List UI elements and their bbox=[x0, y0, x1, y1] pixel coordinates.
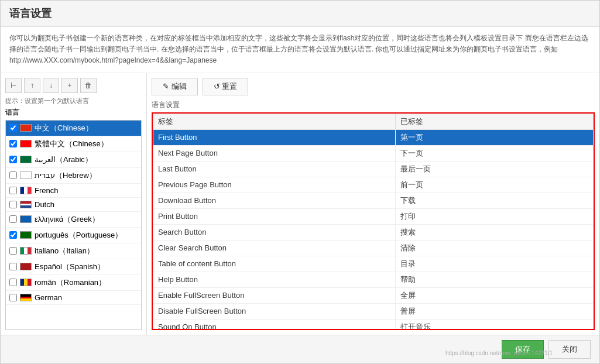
lang-name: עברית（Hebrew） bbox=[35, 170, 97, 181]
table-cell-val: 第一页 bbox=[395, 129, 593, 145]
lang-checkbox[interactable] bbox=[9, 124, 17, 132]
col-header-val: 已标签 bbox=[395, 114, 593, 129]
flag-icon bbox=[20, 156, 32, 163]
lang-item[interactable]: italiano（Italian） bbox=[6, 243, 141, 259]
lang-checkbox[interactable] bbox=[9, 279, 17, 286]
table-row[interactable]: Last Button最后一页 bbox=[153, 161, 594, 177]
table-row[interactable]: Print Button打印 bbox=[153, 208, 594, 224]
lang-item[interactable]: ελληνικά（Greek） bbox=[6, 212, 141, 228]
lang-checkbox[interactable] bbox=[9, 294, 17, 301]
table-cell-val: 打印 bbox=[395, 208, 593, 224]
lang-item[interactable]: Dutch bbox=[6, 198, 141, 212]
lang-item[interactable]: român（Romanian） bbox=[6, 275, 141, 291]
lang-name: Español（Spanish） bbox=[35, 262, 105, 272]
table-row[interactable]: Help Button帮助 bbox=[153, 272, 594, 287]
language-list: 中文（Chinese）繁體中文（Chinese）العربية（Arabic）ע… bbox=[5, 120, 142, 330]
table-cell-val: 普屏 bbox=[395, 303, 593, 319]
lang-item[interactable]: 中文（Chinese） bbox=[6, 121, 141, 136]
table-cell-val: 打开音乐 bbox=[395, 319, 593, 329]
watermark: https://blog.csdn.net/new_weixin 14221/1 bbox=[445, 350, 553, 356]
lang-checkbox[interactable] bbox=[9, 231, 17, 239]
lang-name: 繁體中文（Chinese） bbox=[35, 139, 108, 149]
move-down-button[interactable]: ↓ bbox=[43, 78, 59, 93]
table-cell-val: 下载 bbox=[395, 193, 593, 208]
hint-text: 提示：设置第一个为默认语言 bbox=[5, 97, 142, 105]
dialog-description: 你可以为翻页电子书创建一个新的语言种类，在对应的标签框当中添加相应的文字，这些被… bbox=[1, 27, 599, 73]
dialog-body: ⊢ ↑ ↓ + 🗑 提示：设置第一个为默认语言 语言 中文（Chinese）繁體… bbox=[1, 73, 599, 335]
reset-button[interactable]: ↺ 重置 bbox=[203, 78, 249, 95]
flag-icon bbox=[20, 171, 32, 179]
lang-checkbox[interactable] bbox=[9, 187, 17, 194]
table-cell-val: 清除 bbox=[395, 240, 593, 256]
settings-table-body: First Button第一页Next Page Button下一页Last B… bbox=[153, 129, 594, 329]
lang-name: French bbox=[35, 186, 58, 195]
table-cell-key: Download Button bbox=[153, 193, 396, 208]
dialog: 语言设置 你可以为翻页电子书创建一个新的语言种类，在对应的标签框当中添加相应的文… bbox=[0, 0, 600, 364]
dialog-footer: 保存 关闭 bbox=[1, 335, 599, 363]
col-header-key: 标签 bbox=[153, 114, 396, 129]
table-row[interactable]: Next Page Button下一页 bbox=[153, 145, 594, 161]
table-row[interactable]: Enable FullScreen Button全屏 bbox=[153, 287, 594, 303]
lang-checkbox[interactable] bbox=[9, 263, 17, 270]
lang-name: العربية（Arabic） bbox=[35, 154, 92, 165]
settings-scroll[interactable]: 标签 已标签 First Button第一页Next Page Button下一… bbox=[153, 114, 594, 329]
dialog-header: 语言设置 bbox=[1, 1, 599, 27]
settings-table: 标签 已标签 First Button第一页Next Page Button下一… bbox=[153, 114, 594, 329]
flag-icon bbox=[20, 124, 32, 132]
flag-icon bbox=[20, 231, 32, 239]
lang-item[interactable]: português（Portuguese） bbox=[6, 228, 141, 243]
table-cell-val: 搜索 bbox=[395, 224, 593, 240]
table-cell-key: Next Page Button bbox=[153, 145, 396, 161]
flag-icon bbox=[20, 201, 32, 208]
dialog-title: 语言设置 bbox=[9, 8, 52, 19]
table-row[interactable]: Sound On Button打开音乐 bbox=[153, 319, 594, 329]
table-cell-key: Help Button bbox=[153, 272, 396, 287]
move-up-button[interactable]: ↑ bbox=[24, 78, 40, 93]
lang-name: português（Portuguese） bbox=[35, 230, 122, 241]
table-row[interactable]: Table of content Button目录 bbox=[153, 256, 594, 272]
lang-checkbox[interactable] bbox=[9, 171, 17, 179]
lang-name: German bbox=[35, 293, 62, 302]
table-row[interactable]: First Button第一页 bbox=[153, 129, 594, 145]
lang-settings-label: 语言设置 bbox=[152, 100, 595, 110]
flag-icon bbox=[20, 247, 32, 255]
lang-name: român（Romanian） bbox=[35, 277, 106, 288]
table-cell-val: 帮助 bbox=[395, 272, 593, 287]
table-row[interactable]: Disable FullScreen Button普屏 bbox=[153, 303, 594, 319]
lang-checkbox[interactable] bbox=[9, 215, 17, 223]
table-cell-key: Search Button bbox=[153, 224, 396, 240]
lang-item[interactable]: German bbox=[6, 291, 141, 305]
table-row[interactable]: Clear Search Button清除 bbox=[153, 240, 594, 256]
table-row[interactable]: Previous Page Button前一页 bbox=[153, 177, 594, 193]
lang-item[interactable]: עברית（Hebrew） bbox=[6, 168, 141, 184]
close-button[interactable]: 关闭 bbox=[548, 340, 591, 359]
edit-button[interactable]: ✎ 编辑 bbox=[152, 78, 198, 95]
lang-name: 中文（Chinese） bbox=[35, 123, 93, 133]
table-cell-val: 最后一页 bbox=[395, 161, 593, 177]
flag-icon bbox=[20, 187, 32, 194]
delete-button[interactable]: 🗑 bbox=[80, 78, 97, 93]
flag-icon bbox=[20, 140, 32, 147]
lang-item[interactable]: العربية（Arabic） bbox=[6, 152, 141, 168]
lang-item[interactable]: Español（Spanish） bbox=[6, 259, 141, 275]
table-cell-key: Last Button bbox=[153, 161, 396, 177]
lang-name: Dutch bbox=[35, 200, 54, 209]
left-panel: ⊢ ↑ ↓ + 🗑 提示：设置第一个为默认语言 语言 中文（Chinese）繁體… bbox=[1, 73, 147, 335]
settings-table-wrapper: 标签 已标签 First Button第一页Next Page Button下一… bbox=[152, 112, 595, 330]
lang-checkbox[interactable] bbox=[9, 156, 17, 163]
table-cell-val: 全屏 bbox=[395, 287, 593, 303]
flag-icon bbox=[20, 263, 32, 270]
add-button[interactable]: + bbox=[61, 78, 78, 93]
table-row[interactable]: Download Button下载 bbox=[153, 193, 594, 208]
table-cell-key: Clear Search Button bbox=[153, 240, 396, 256]
lang-name: italiano（Italian） bbox=[35, 246, 94, 256]
lang-checkbox[interactable] bbox=[9, 247, 17, 255]
lang-item[interactable]: 繁體中文（Chinese） bbox=[6, 136, 141, 152]
table-cell-val: 下一页 bbox=[395, 145, 593, 161]
lang-item[interactable]: French bbox=[6, 184, 141, 198]
flag-icon bbox=[20, 294, 32, 301]
table-row[interactable]: Search Button搜索 bbox=[153, 224, 594, 240]
move-first-button[interactable]: ⊢ bbox=[5, 78, 22, 93]
lang-checkbox[interactable] bbox=[9, 140, 17, 147]
lang-checkbox[interactable] bbox=[9, 201, 17, 208]
